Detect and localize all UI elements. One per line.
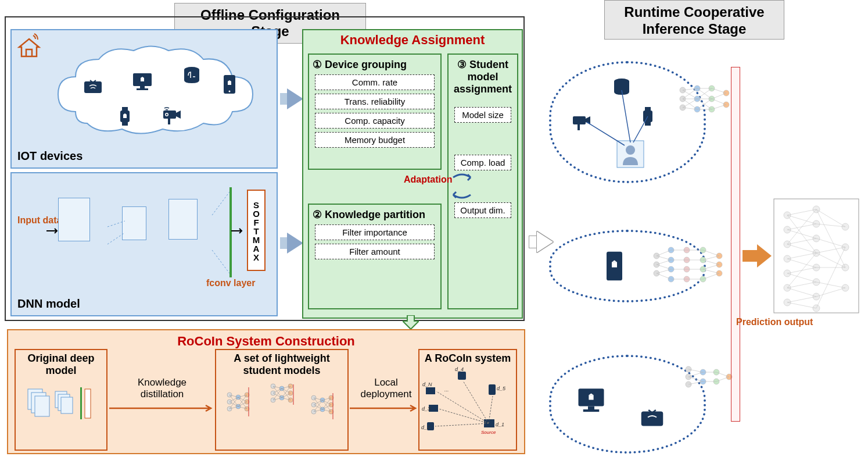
svg-rect-52 bbox=[426, 387, 435, 394]
big-orange-arrow bbox=[743, 241, 772, 270]
svg-rect-75 bbox=[612, 262, 617, 268]
svg-rect-3 bbox=[137, 88, 148, 90]
svg-rect-56 bbox=[489, 384, 496, 395]
cluster1-lines bbox=[569, 81, 674, 174]
device-grouping-title: ① Device grouping bbox=[313, 58, 437, 71]
cluster3-nn bbox=[683, 361, 735, 393]
student-item: Model size bbox=[454, 107, 511, 123]
svg-text:...: ... bbox=[444, 387, 449, 393]
svg-rect-22 bbox=[61, 397, 73, 413]
svg-rect-2 bbox=[140, 86, 145, 88]
cluster1-nn bbox=[677, 81, 735, 116]
knowledge-distillation-label: Knowledge distillation bbox=[119, 377, 206, 401]
student-item: Comp. load bbox=[454, 155, 511, 170]
svg-rect-7 bbox=[228, 81, 231, 85]
svg-rect-14 bbox=[168, 119, 170, 124]
svg-text:d_3: d_3 bbox=[422, 406, 431, 412]
svg-rect-77 bbox=[588, 406, 594, 410]
speaker-icon bbox=[180, 64, 203, 87]
arrow-kd bbox=[109, 404, 214, 413]
grouping-item: Trans. reliability bbox=[315, 94, 435, 109]
original-deep-model-box: Original deep model bbox=[15, 349, 107, 451]
student-model-title: ③ Student model assignment bbox=[452, 58, 514, 95]
svg-text:d_N: d_N bbox=[422, 381, 432, 387]
svg-text:d_4: d_4 bbox=[455, 367, 464, 372]
rocoin-system-icon: d_N d_4 d_5 d_3 d_2 d_1 Source ... bbox=[420, 367, 516, 437]
fconv-text: fconv layer bbox=[206, 278, 255, 288]
softmax-box: SOFTMAX bbox=[247, 190, 266, 271]
dnn-layers-1 bbox=[58, 198, 110, 268]
student-models-box: A set of lightweight student models bbox=[215, 349, 349, 451]
svg-rect-24 bbox=[85, 389, 91, 418]
svg-rect-23 bbox=[80, 387, 82, 419]
rocoin-title: RoCoIn System Construction bbox=[8, 334, 524, 349]
dnn-arrow-1 bbox=[46, 227, 61, 236]
arrow-knowledge-to-rocoin bbox=[403, 315, 419, 329]
prediction-output-label: Prediction output bbox=[736, 317, 813, 327]
dnn-dotted-lines bbox=[107, 186, 235, 279]
svg-rect-11 bbox=[122, 122, 128, 126]
monitor-icon bbox=[575, 384, 607, 416]
iot-label: IOT devices bbox=[17, 149, 83, 163]
svg-text:d_2: d_2 bbox=[421, 425, 430, 430]
mini-dnn-icon bbox=[23, 379, 99, 428]
box3-head: A RoCoIn system bbox=[419, 350, 516, 367]
monitor-icon bbox=[131, 70, 154, 93]
svg-rect-54 bbox=[458, 372, 466, 380]
local-deployment-label: Local deployment bbox=[356, 377, 417, 401]
box2-head: A set of lightweight student models bbox=[216, 350, 347, 379]
cluster2-nn bbox=[651, 241, 726, 288]
tv-icon bbox=[636, 404, 668, 433]
svg-point-16 bbox=[166, 114, 168, 116]
dnn-label: DNN model bbox=[17, 297, 80, 311]
svg-text:Source: Source bbox=[481, 430, 496, 435]
svg-rect-19 bbox=[35, 396, 49, 416]
grouping-item: Comm. rate bbox=[315, 74, 435, 90]
student-nn-icon bbox=[221, 379, 343, 425]
house-icon bbox=[15, 32, 44, 61]
fconv-label: fconv layer bbox=[206, 278, 255, 288]
knowledge-partition-title: ② Knowledge partition bbox=[313, 208, 437, 221]
device-grouping-box: ① Device grouping Comm. rate Trans. reli… bbox=[308, 54, 442, 170]
runtime-stage-header: Runtime Cooperative Inference Stage bbox=[604, 0, 784, 40]
svg-rect-10 bbox=[122, 107, 128, 110]
grouping-item: Memory budget bbox=[315, 132, 435, 148]
camera-icon bbox=[160, 105, 183, 128]
svg-text:d_5: d_5 bbox=[497, 386, 506, 391]
watch-icon bbox=[113, 105, 137, 128]
svg-rect-79 bbox=[589, 395, 593, 400]
knowledge-title: Knowledge Assignment bbox=[308, 33, 517, 48]
box1-head: Original deep model bbox=[16, 350, 106, 379]
svg-rect-12 bbox=[123, 115, 127, 118]
red-output-bar bbox=[731, 67, 740, 422]
phone-icon bbox=[601, 250, 627, 282]
arrow-ld bbox=[350, 404, 418, 413]
rocoin-system-box: A RoCoIn system d_N d_4 d_5 d_3 d_2 d_1 … bbox=[418, 349, 517, 451]
svg-rect-78 bbox=[583, 409, 600, 412]
student-item: Output dim. bbox=[454, 202, 511, 218]
phone-icon bbox=[218, 73, 241, 96]
grouping-item: Comp. capacity bbox=[315, 113, 435, 129]
svg-rect-4 bbox=[141, 78, 144, 81]
partition-item: Filter importance bbox=[315, 224, 435, 240]
svg-text:d_1: d_1 bbox=[496, 422, 504, 427]
knowledge-partition-box: ② Knowledge partition Filter importance … bbox=[308, 204, 442, 309]
iot-devices-panel: IOT devices bbox=[10, 29, 278, 169]
input-data-label: Input data bbox=[17, 215, 62, 226]
svg-point-8 bbox=[229, 91, 231, 92]
final-nn bbox=[773, 198, 860, 314]
adaptation-arrows-icon bbox=[444, 169, 479, 204]
partition-item: Filter amount bbox=[315, 244, 435, 259]
tv-icon bbox=[81, 76, 105, 99]
